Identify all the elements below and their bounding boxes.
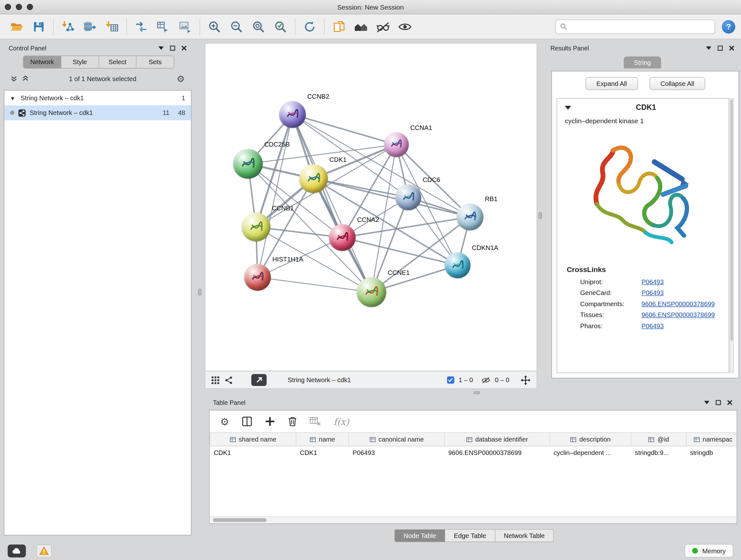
column-header-database-identifier[interactable]: database identifier bbox=[445, 433, 550, 446]
options-gear-icon[interactable]: ⚙ bbox=[177, 74, 185, 83]
network-node-CDC25B[interactable] bbox=[233, 149, 263, 179]
open-network-in-window-icon[interactable] bbox=[252, 374, 267, 386]
tab-style[interactable]: Style bbox=[61, 56, 99, 68]
export-image-icon[interactable] bbox=[174, 17, 196, 37]
column-header-name[interactable]: name bbox=[296, 433, 349, 446]
network-node-CCNB2[interactable] bbox=[279, 101, 306, 128]
table-cell[interactable]: CDK1 bbox=[296, 446, 349, 459]
network-node-RB1[interactable] bbox=[457, 204, 483, 231]
import-table-icon[interactable] bbox=[101, 17, 123, 37]
tree-expand-icon[interactable]: ▼ bbox=[10, 95, 17, 101]
save-session-icon[interactable] bbox=[28, 17, 50, 37]
network-collection-label: String Network – cdk1 bbox=[21, 95, 84, 102]
table-cell[interactable]: P06493 bbox=[349, 446, 445, 459]
table-cell[interactable]: 9606.ENSP00000378699 bbox=[445, 446, 550, 459]
panel-menu-icon[interactable] bbox=[704, 400, 710, 404]
memory-button[interactable]: Memory bbox=[684, 544, 733, 558]
right-splitter-handle[interactable] bbox=[539, 212, 542, 219]
panel-float-icon[interactable] bbox=[718, 45, 723, 51]
tab-edge-table[interactable]: Edge Table bbox=[445, 530, 495, 543]
warning-icon[interactable] bbox=[37, 544, 52, 557]
tab-sets[interactable]: Sets bbox=[137, 56, 174, 68]
crosslink-link[interactable]: P06493 bbox=[642, 289, 664, 297]
network-node-CDC6[interactable] bbox=[395, 185, 421, 210]
table-cell[interactable]: CDK1 bbox=[210, 446, 296, 459]
crosslink-link[interactable]: 9606.ENSP00000378699 bbox=[642, 311, 715, 319]
table-cell[interactable]: cyclin–dependent ... bbox=[550, 446, 631, 459]
panel-float-icon[interactable] bbox=[170, 45, 176, 51]
column-header-namespac[interactable]: namespac bbox=[686, 433, 737, 446]
show-columns-icon[interactable] bbox=[242, 416, 252, 427]
selected-indicator-checkbox[interactable] bbox=[447, 376, 455, 384]
results-scrollbar[interactable] bbox=[730, 98, 734, 373]
network-node-CCNE1[interactable] bbox=[357, 277, 387, 307]
table-row[interactable]: CDK1CDK1P064939606.ENSP00000378699cyclin… bbox=[210, 446, 737, 459]
left-splitter-handle[interactable] bbox=[198, 289, 202, 296]
tab-network[interactable]: Network bbox=[23, 56, 61, 68]
column-header-canonical-name[interactable]: canonical name bbox=[349, 433, 445, 446]
expand-all-tree-icon[interactable] bbox=[22, 75, 29, 82]
search-input[interactable] bbox=[570, 23, 711, 30]
zoom-in-icon[interactable] bbox=[204, 17, 226, 37]
grid-view-icon[interactable] bbox=[211, 376, 220, 384]
delete-column-icon[interactable] bbox=[287, 416, 297, 427]
panel-close-icon[interactable] bbox=[182, 45, 187, 51]
search-field[interactable] bbox=[555, 19, 715, 34]
zoom-fit-icon[interactable] bbox=[248, 17, 270, 37]
crosslink-link[interactable]: 9606.ENSP00000378699 bbox=[642, 300, 715, 308]
panel-menu-icon[interactable] bbox=[158, 46, 164, 50]
birdseye-icon[interactable] bbox=[350, 17, 372, 37]
expand-all-button[interactable]: Expand All bbox=[585, 77, 638, 90]
import-database-icon[interactable] bbox=[79, 17, 101, 37]
table-options-gear-icon[interactable]: ⚙ bbox=[220, 416, 229, 427]
tab-node-table[interactable]: Node Table bbox=[394, 530, 445, 543]
create-column-icon[interactable] bbox=[265, 416, 275, 427]
tab-string[interactable]: String bbox=[624, 57, 661, 69]
pan-mode-icon[interactable] bbox=[521, 375, 531, 385]
import-network-icon[interactable] bbox=[57, 17, 79, 37]
panel-menu-icon[interactable] bbox=[706, 46, 712, 50]
network-node-CDKN1A[interactable] bbox=[445, 253, 471, 278]
tab-select[interactable]: Select bbox=[99, 56, 137, 68]
column-header--id[interactable]: @id bbox=[631, 433, 686, 446]
crosslink-label: Uniprot: bbox=[580, 278, 642, 286]
gene-expand-icon[interactable] bbox=[565, 105, 571, 110]
zoom-selected-icon[interactable] bbox=[270, 17, 292, 37]
crosslink-link[interactable]: P06493 bbox=[642, 278, 664, 286]
table-cell[interactable]: stringdb bbox=[686, 446, 737, 459]
node-label-CDC25B: CDC25B bbox=[264, 141, 290, 148]
network-canvas[interactable]: CCNB2CCNA1CDC25BCDK1CDC6RB1CCNB1CCNA2CDK… bbox=[205, 43, 537, 371]
network-icon[interactable] bbox=[225, 376, 233, 384]
zoom-out-icon[interactable] bbox=[226, 17, 248, 37]
collapse-all-button[interactable]: Collapse All bbox=[650, 77, 705, 90]
network-merge-icon[interactable] bbox=[130, 17, 152, 37]
delete-table-icon[interactable] bbox=[310, 417, 321, 426]
help-icon[interactable]: ? bbox=[722, 20, 735, 33]
network-node-CCNB1[interactable] bbox=[242, 212, 271, 241]
network-node-CCNA2[interactable] bbox=[329, 224, 356, 251]
crosslink-link[interactable]: P06493 bbox=[642, 322, 664, 330]
column-header-shared-name[interactable]: shared name bbox=[210, 433, 296, 446]
panel-close-icon[interactable] bbox=[729, 45, 735, 51]
tab-network-table[interactable]: Network Table bbox=[495, 530, 554, 543]
duplicate-page-icon[interactable] bbox=[328, 17, 350, 37]
open-session-icon[interactable] bbox=[6, 17, 28, 37]
network-node-HIST1H1A[interactable] bbox=[244, 264, 271, 291]
bottom-splitter-handle[interactable] bbox=[474, 391, 480, 394]
refresh-icon[interactable] bbox=[299, 17, 321, 37]
cloud-icon[interactable] bbox=[8, 544, 26, 557]
function-builder-icon[interactable]: f(x) bbox=[333, 416, 349, 427]
network-collection-row[interactable]: ▼ String Network – cdk1 1 bbox=[4, 91, 191, 106]
hide-details-icon[interactable] bbox=[372, 17, 394, 37]
show-details-icon[interactable] bbox=[394, 17, 416, 37]
collapse-all-tree-icon[interactable] bbox=[10, 75, 17, 82]
table-cell[interactable]: stringdb:9... bbox=[631, 446, 686, 459]
table-horizontal-scrollbar[interactable] bbox=[210, 516, 737, 523]
panel-float-icon[interactable] bbox=[716, 400, 721, 405]
network-row[interactable]: String Network – cdk1 11 48 bbox=[4, 105, 191, 120]
network-from-table-icon[interactable] bbox=[152, 17, 174, 37]
network-node-CDK1[interactable] bbox=[299, 165, 328, 193]
panel-close-icon[interactable] bbox=[727, 400, 733, 405]
network-node-CCNA1[interactable] bbox=[384, 132, 409, 157]
column-header-description[interactable]: description bbox=[550, 433, 631, 446]
